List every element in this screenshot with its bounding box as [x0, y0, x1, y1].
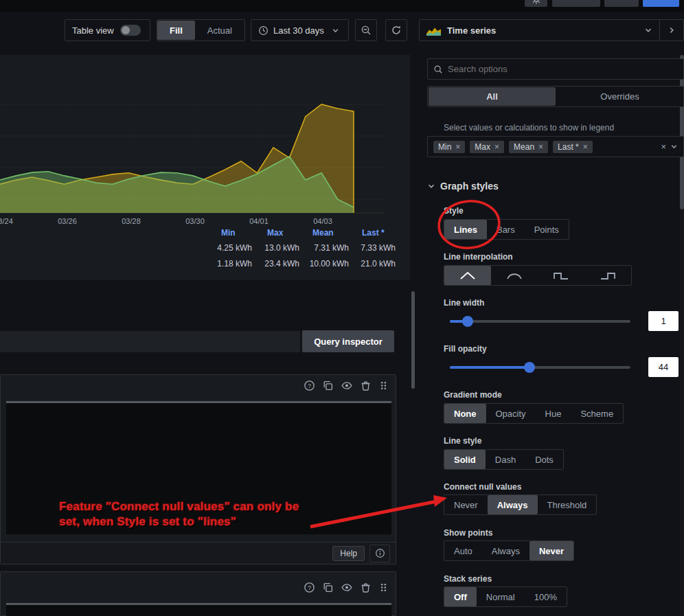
style-bars[interactable]: Bars [487, 220, 525, 239]
help-button[interactable]: Help [332, 546, 365, 561]
svg-text:?: ? [308, 584, 311, 591]
line-style-dash[interactable]: Dash [486, 450, 525, 469]
info-button[interactable] [369, 545, 390, 562]
legend-value: 21.0 kWh [334, 259, 396, 269]
settings-button[interactable] [525, 0, 547, 7]
legend-chip-last[interactable]: Last *× [553, 141, 593, 153]
fill-opacity-value[interactable]: 44 [648, 357, 679, 377]
remove-icon[interactable]: × [455, 142, 460, 152]
gradient-scheme[interactable]: Scheme [571, 404, 623, 423]
zoom-out-button[interactable] [355, 19, 377, 41]
viz-picker-label: Time series [447, 25, 496, 36]
line-width-value[interactable]: 1 [648, 311, 679, 331]
x-tick-label: 04/01 [249, 217, 269, 225]
chevron-down-icon [332, 27, 339, 34]
stack-off[interactable]: Off [444, 587, 477, 606]
datasource-bar[interactable] [0, 331, 300, 352]
x-tick-label: 03/24 [0, 217, 13, 225]
gradient-mode-label: Gradient mode [444, 390, 502, 400]
legend-value: 7.33 kWh [334, 243, 396, 253]
chevron-down-icon[interactable] [670, 143, 678, 150]
interpolation-step-before-icon[interactable] [538, 266, 584, 285]
duplicate-icon[interactable] [322, 380, 334, 391]
legend-values-hint: Select values or calculations to show in… [444, 123, 614, 133]
tab-all[interactable]: All [429, 87, 556, 106]
show-points-never[interactable]: Never [529, 541, 573, 560]
connect-null-threshold[interactable]: Threshold [538, 495, 597, 514]
apply-button[interactable] [643, 0, 679, 7]
help-circle-icon[interactable]: ? [304, 380, 315, 391]
connect-null-never[interactable]: Never [444, 495, 488, 514]
line-width-slider[interactable] [450, 320, 630, 323]
stack-normal[interactable]: Normal [477, 587, 525, 606]
legend-column-header[interactable]: Last * [362, 228, 385, 238]
trash-icon[interactable] [360, 582, 372, 593]
legend-chip-mean[interactable]: Mean× [509, 141, 548, 153]
show-points-always[interactable]: Always [482, 541, 529, 560]
connect-null-always[interactable]: Always [488, 495, 538, 514]
slider-handle[interactable] [524, 362, 535, 373]
stack-100[interactable]: 100% [525, 587, 567, 606]
gradient-hue[interactable]: Hue [536, 404, 571, 423]
remove-icon[interactable]: × [583, 142, 588, 152]
clock-icon [258, 25, 269, 36]
refresh-button[interactable] [385, 19, 407, 41]
drag-handle-icon[interactable] [378, 582, 389, 593]
line-style-dots[interactable]: Dots [525, 450, 563, 469]
style-radio-group: Lines Bars Points [444, 219, 569, 240]
clear-all-icon[interactable]: × [661, 141, 666, 152]
time-range-picker[interactable]: Last 30 days [251, 19, 349, 41]
remove-icon[interactable]: × [538, 142, 543, 152]
table-view-label: Table view [72, 25, 114, 36]
eye-icon[interactable] [341, 380, 353, 391]
legend-column-header[interactable]: Max [267, 228, 283, 238]
time-series-panel: 03/2403/2603/2803/3004/0104/03 MinMaxMea… [0, 55, 410, 280]
trash-icon[interactable] [360, 380, 372, 391]
drag-handle-icon[interactable] [378, 380, 389, 391]
viz-picker[interactable]: Time series [419, 19, 684, 41]
legend-column-header[interactable]: Min [221, 228, 236, 238]
eye-icon[interactable] [341, 582, 353, 593]
interpolation-smooth-icon[interactable] [491, 266, 538, 285]
actual-option[interactable]: Actual [195, 21, 244, 40]
legend-chip-min[interactable]: Min× [433, 141, 465, 153]
style-lines[interactable]: Lines [444, 220, 487, 239]
tab-overrides[interactable]: Overrides [556, 87, 683, 106]
interpolation-linear-icon[interactable] [444, 266, 491, 285]
interpolation-step-after-icon[interactable] [584, 266, 631, 285]
info-circle-icon [375, 548, 385, 558]
line-interpolation-label: Line interpolation [444, 252, 513, 262]
style-points[interactable]: Points [525, 220, 569, 239]
gradient-opacity[interactable]: Opacity [486, 404, 536, 423]
fill-opacity-slider[interactable] [450, 366, 630, 369]
discard-button[interactable] [552, 0, 600, 7]
section-title: Graph styles [440, 181, 499, 192]
options-search[interactable] [427, 58, 684, 80]
show-points-auto[interactable]: Auto [444, 541, 482, 560]
show-points-label: Show points [444, 528, 492, 538]
query-editor[interactable] [6, 603, 391, 616]
legend-column-header[interactable]: Mean [312, 228, 334, 238]
legend-calcs-multiselect[interactable]: Min× Max× Mean× Last *× × [427, 136, 684, 157]
remove-icon[interactable]: × [494, 142, 499, 152]
chevron-down-icon [427, 182, 435, 190]
time-series-viz-icon [426, 25, 441, 36]
line-style-label: Line style [444, 436, 481, 446]
line-style-solid[interactable]: Solid [444, 450, 486, 469]
search-input[interactable] [448, 64, 654, 74]
duplicate-icon[interactable] [322, 582, 334, 593]
legend-chip-max[interactable]: Max× [470, 141, 504, 153]
collapse-pane-icon[interactable] [668, 26, 676, 34]
table-view-toggle[interactable] [120, 25, 141, 36]
x-tick-label: 04/03 [313, 217, 332, 225]
save-button[interactable] [604, 0, 639, 7]
gradient-mode-radio-group: None Opacity Hue Scheme [444, 403, 624, 424]
left-pane-scrollbar[interactable] [411, 291, 415, 389]
chart-area[interactable] [0, 55, 402, 214]
gradient-none[interactable]: None [444, 404, 486, 423]
query-inspector-button[interactable]: Query inspector [302, 330, 394, 352]
fill-option[interactable]: Fill [157, 21, 195, 40]
slider-handle[interactable] [462, 316, 473, 327]
help-circle-icon[interactable]: ? [304, 582, 315, 593]
graph-styles-section-header[interactable]: Graph styles [427, 181, 499, 192]
